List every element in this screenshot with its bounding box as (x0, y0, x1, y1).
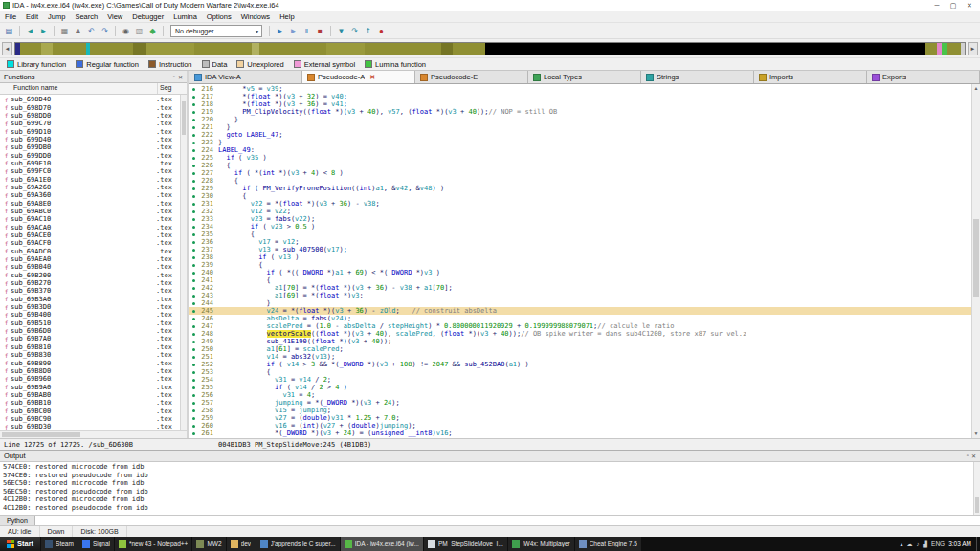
structures-icon[interactable]: ▦ (58, 25, 71, 37)
code-line[interactable]: 228 { (189, 177, 971, 185)
taskbar-item-j-apprends-le-c-super[interactable]: J'apprends le C super... (256, 537, 340, 551)
function-row[interactable]: fsub_69B830.tex (2, 351, 187, 359)
function-row[interactable]: fsub_69AEA0.tex (2, 255, 187, 263)
functions-hscrollbar-thumb[interactable] (2, 432, 80, 437)
menu-search[interactable]: Search (70, 12, 102, 21)
output-scrollbar[interactable] (973, 462, 980, 515)
code-line[interactable]: 247 scalePred = (1.0 - absDelta / stepHe… (189, 322, 971, 330)
function-row[interactable]: fsub_69B6D0.tex (2, 327, 187, 335)
code-line[interactable]: 222 goto LABEL_47; (189, 131, 971, 139)
function-row[interactable]: fsub_69BB10.tex (2, 399, 187, 407)
function-row[interactable]: fsub_69B960.tex (2, 375, 187, 383)
function-row[interactable]: fsub_69ADC0.tex (2, 248, 187, 255)
tray-expand-icon[interactable]: ▴ (900, 540, 902, 547)
code-scrollbar-thumb[interactable] (973, 219, 979, 297)
code-line[interactable]: 229 if ( PM_VerifyPronePosition((int)a1,… (189, 185, 971, 192)
breakpoint-icon[interactable]: ● (375, 25, 388, 37)
menu-view[interactable]: View (102, 12, 127, 21)
function-row[interactable]: fsub_699C70.tex (2, 120, 187, 127)
code-line[interactable]: 231 v22 = *(float *)(v3 + 36) - v38; (189, 200, 971, 208)
navband-right-arrow-icon[interactable]: ► (968, 42, 978, 55)
taskbar-item-steam[interactable]: Steam (41, 537, 78, 551)
menu-edit[interactable]: Edit (21, 12, 43, 21)
run-until-return-icon[interactable]: ↥ (362, 25, 374, 37)
search-icon[interactable]: ◉ (120, 25, 132, 37)
step-into-icon[interactable]: ▼ (335, 25, 347, 37)
function-row[interactable]: fsub_69AC10.tex (2, 215, 187, 223)
code-line[interactable]: 255 if ( v14 / 2 > 4 ) (189, 384, 971, 391)
show-desktop-button[interactable] (976, 537, 980, 551)
start-process-icon[interactable]: ► (274, 25, 286, 37)
function-row[interactable]: fsub_69A1E0.tex (2, 175, 187, 183)
close-panel-icon[interactable]: ✕ (178, 74, 183, 80)
function-row[interactable]: fsub_69BC90.tex (2, 415, 187, 423)
navigate-back-icon[interactable]: ◄ (24, 25, 36, 37)
code-line[interactable]: 226 { (189, 162, 971, 169)
function-row[interactable]: fsub_699FC0.tex (2, 167, 187, 175)
code-line[interactable]: 219 PM_ClipVelocity((float *)(v3 + 40), … (189, 108, 971, 116)
stop-process-icon[interactable]: ■ (314, 25, 326, 37)
function-row[interactable]: fsub_69BD30.tex (2, 423, 187, 430)
function-row[interactable]: fsub_69B400.tex (2, 311, 187, 319)
code-line[interactable]: 258 v15 = jumping; (189, 407, 971, 414)
code-line[interactable]: 216 *v5 = v39; (189, 85, 971, 93)
lumina-icon[interactable]: ◆ (146, 25, 159, 37)
function-row[interactable]: fsub_69B810.tex (2, 343, 187, 351)
function-row[interactable]: fsub_69B270.tex (2, 279, 187, 287)
undo-icon[interactable]: ↶ (85, 25, 98, 37)
code-line[interactable]: 241 { (189, 276, 971, 284)
cloud-icon[interactable]: ☁ (906, 540, 912, 547)
code-line[interactable]: 260 v16 = (int)(v27 + (double)jumping); (189, 422, 971, 430)
function-row[interactable]: fsub_69ABC0.tex (2, 208, 187, 215)
function-row[interactable]: fsub_69A260.tex (2, 184, 187, 191)
code-line[interactable]: 242 a1[70] = *(float *)(v3 + 36) - v38 +… (189, 284, 971, 292)
language-indicator[interactable]: ENG (931, 540, 945, 547)
function-row[interactable]: fsub_69ACA0.tex (2, 224, 187, 231)
function-row[interactable]: fsub_69A8E0.tex (2, 199, 187, 207)
function-row[interactable]: fsub_699E10.tex (2, 160, 187, 167)
code-line[interactable]: 243 a1[69] = *(float *)v3; (189, 292, 971, 299)
function-row[interactable]: fsub_698D40.tex (2, 96, 187, 103)
function-row[interactable]: fsub_69B200.tex (2, 272, 187, 279)
redo-icon[interactable]: ↷ (99, 25, 111, 37)
code-line[interactable]: 252 if ( v14 > 3 && *(_DWORD *)(v3 + 108… (189, 361, 971, 368)
code-line[interactable]: 237 v13 = sub_407500(v17); (189, 246, 971, 253)
menu-lumina[interactable]: Lumina (168, 12, 202, 21)
functions-scrollbar[interactable] (180, 95, 187, 430)
output-log[interactable]: 574CE0: restored microcode from idb574CE… (0, 462, 980, 515)
code-line[interactable]: 249 sub_41E190((float *)(v3 + 40)); (189, 338, 971, 345)
code-line[interactable]: 217 *(float *)(v3 + 32) = v40; (189, 93, 971, 100)
code-line[interactable]: 220 } (189, 116, 971, 123)
tab-close-icon[interactable]: ✕ (369, 74, 375, 81)
function-row[interactable]: fsub_69B040.tex (2, 263, 187, 271)
code-line[interactable]: 218 *(float *)(v3 + 36) = v41; (189, 100, 971, 108)
function-row[interactable]: fsub_69B370.tex (2, 287, 187, 295)
step-over-icon[interactable]: ↷ (348, 25, 361, 37)
function-row[interactable]: fsub_698DD0.tex (2, 112, 187, 120)
menu-debugger[interactable]: Debugger (127, 12, 168, 21)
menu-options[interactable]: Options (202, 12, 236, 21)
function-row[interactable]: fsub_69ACE0.tex (2, 231, 187, 239)
tab-pseudocode-a[interactable]: Pseudocode-A✕ (302, 71, 415, 83)
navigate-forward-icon[interactable]: ► (37, 25, 50, 37)
debugger-select[interactable]: No debugger ▾ (170, 25, 262, 37)
code-line[interactable]: 240 if ( *((_DWORD *)a1 + 69) < *(_DWORD… (189, 269, 971, 276)
code-line[interactable]: 253 { (189, 368, 971, 376)
start-button[interactable]: Start (0, 537, 40, 551)
column-function-name[interactable]: Function name (0, 83, 158, 94)
taskbar-item-signal[interactable]: Signal (78, 537, 114, 551)
function-row[interactable]: fsub_69BAB0.tex (2, 391, 187, 399)
output-float-icon[interactable]: ▫ (967, 452, 969, 459)
function-row[interactable]: fsub_69B3A0.tex (2, 296, 187, 303)
code-line[interactable]: 225 if ( v35 ) (189, 154, 971, 162)
taskbar-item-new-43-notepad[interactable]: *new 43 - Notepad++ (115, 537, 191, 551)
code-line[interactable]: 235 { (189, 231, 971, 238)
menu-windows[interactable]: Windows (236, 12, 275, 21)
close-button[interactable]: ✕ (962, 0, 977, 11)
code-line[interactable]: 248 vectorScale((float *)(v3 + 40), scal… (189, 330, 971, 338)
cli-input[interactable] (35, 516, 980, 525)
code-line[interactable]: 223} (189, 139, 971, 146)
function-row[interactable]: fsub_699DB0.tex (2, 143, 187, 151)
function-row[interactable]: fsub_69B7A0.tex (2, 335, 187, 342)
function-row[interactable]: fsub_69B9A0.tex (2, 383, 187, 390)
